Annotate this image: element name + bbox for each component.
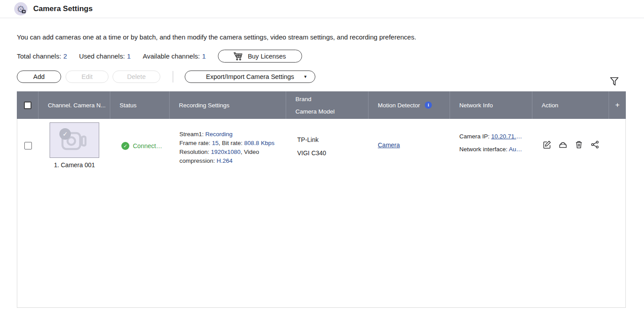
camera-model-value: VIGI C340 xyxy=(297,149,369,157)
network-interface-line: Network interface: Au… xyxy=(459,146,529,153)
row-channel-cell: ✓ 1. Camera 001 xyxy=(39,119,110,173)
camera-check-badge-icon: ✓ xyxy=(59,128,71,140)
table-row: ✓ 1. Camera 001 ✓ Connect… Stream1: xyxy=(17,119,625,173)
column-label: Recording Settings xyxy=(179,102,229,109)
select-all-cell xyxy=(17,91,38,119)
add-column-button[interactable]: + xyxy=(609,91,626,119)
total-channels-value: 2 xyxy=(63,52,67,60)
column-header-action: Action xyxy=(532,91,609,119)
camera-ip-line: Camera IP: 10.20.71.… xyxy=(459,133,529,140)
available-channels-stat: Available channels: 1 xyxy=(143,52,206,60)
brand-value: TP-Link xyxy=(297,136,369,143)
camera-caption: 1. Camera 001 xyxy=(54,161,95,169)
row-brand-cell: TP-Link VIGI C340 xyxy=(286,119,369,173)
used-channels-stat: Used channels: 1 xyxy=(79,52,131,60)
camera-ip-link[interactable]: 10.20.71. xyxy=(491,133,516,140)
buy-licenses-button[interactable]: Buy Licenses xyxy=(218,50,302,63)
camera-settings-app-icon: ⚙ xyxy=(14,2,27,16)
chevron-down-icon: ▼ xyxy=(303,75,307,79)
column-header-motion-detector[interactable]: Motion Detector i xyxy=(368,91,450,119)
delete-icon[interactable] xyxy=(574,140,583,149)
compression-label: compression: xyxy=(179,157,217,164)
resolution-label: Resolution: xyxy=(179,149,211,155)
filter-icon[interactable] xyxy=(609,76,620,87)
plus-icon: + xyxy=(615,101,620,110)
column-label: Action xyxy=(542,102,559,109)
row-action-cell xyxy=(532,119,609,173)
total-channels-stat: Total channels: 2 xyxy=(17,52,67,60)
column-label: Motion Detector xyxy=(378,102,420,109)
resolution-suffix: , Video xyxy=(241,149,259,155)
column-header-channel-camera-name[interactable]: Channel. Camera N... xyxy=(38,91,110,119)
column-header-brand-model[interactable]: Brand Camera Model xyxy=(286,91,368,119)
table-body: ✓ 1. Camera 001 ✓ Connect… Stream1: xyxy=(17,119,626,308)
toolbar: Add Edit Delete Export/Import Camera Set… xyxy=(17,71,626,83)
resolution-value: 1920x1080 xyxy=(211,149,241,155)
total-channels-label: Total channels: xyxy=(17,52,61,60)
status-connected-icon: ✓ xyxy=(121,142,129,150)
select-all-checkbox[interactable] xyxy=(24,102,31,109)
camera-ip-label: Camera IP: xyxy=(459,133,491,140)
network-interface-value: Au… xyxy=(509,146,522,153)
column-label: Network Info xyxy=(459,102,493,109)
camera-ip-ellipsis: … xyxy=(516,133,522,140)
camera-table: Channel. Camera N... Status Recording Se… xyxy=(17,91,626,308)
row-motion-detector-cell: Camera xyxy=(369,119,450,173)
row-checkbox[interactable] xyxy=(24,142,32,149)
bit-rate-value: 808.8 Kbps xyxy=(244,140,274,146)
page-title: Camera Settings xyxy=(33,4,93,13)
column-label: Status xyxy=(120,102,136,109)
table-header: Channel. Camera N... Status Recording Se… xyxy=(17,91,626,119)
column-header-network-info[interactable]: Network Info xyxy=(450,91,532,119)
stream-value-link[interactable]: Recording xyxy=(206,131,233,137)
column-label: Channel. Camera N... xyxy=(48,102,106,109)
available-channels-value: 1 xyxy=(202,52,206,60)
edit-button[interactable]: Edit xyxy=(66,71,109,83)
frame-rate-value: 15 xyxy=(212,140,219,146)
export-import-button[interactable]: Export/Import Camera Settings ▼ xyxy=(185,71,315,83)
compression-value: H.264 xyxy=(217,157,233,164)
row-status-cell: ✓ Connect… xyxy=(110,119,170,173)
channels-summary: Total channels: 2 Used channels: 1 Avail… xyxy=(17,50,644,63)
buy-licenses-label: Buy Licenses xyxy=(248,53,286,60)
page-description: You can add cameras one at a time or by … xyxy=(17,33,626,41)
bit-rate-label: , Bit rate: xyxy=(219,140,244,146)
column-header-recording-settings[interactable]: Recording Settings xyxy=(169,91,286,119)
export-import-label: Export/Import Camera Settings xyxy=(206,73,294,80)
row-recording-cell: Stream1: Recording Frame rate: 15, Bit r… xyxy=(170,119,286,173)
shopping-cart-icon xyxy=(233,52,243,61)
add-button[interactable]: Add xyxy=(17,71,61,83)
app-bar: ⚙ Camera Settings xyxy=(0,0,644,18)
motion-detector-link[interactable]: Camera xyxy=(378,141,400,149)
available-channels-label: Available channels: xyxy=(143,52,200,60)
frame-rate-label: Frame rate: xyxy=(179,140,212,146)
column-label-brand: Brand xyxy=(295,96,311,102)
network-interface-label: Network interface: xyxy=(459,146,509,153)
column-header-status[interactable]: Status xyxy=(110,91,169,119)
used-channels-label: Used channels: xyxy=(79,52,124,60)
row-select-cell xyxy=(17,119,39,173)
status-text: Connect… xyxy=(133,142,162,149)
row-network-info-cell: Camera IP: 10.20.71.… Network interface:… xyxy=(450,119,532,173)
toolbar-divider xyxy=(173,71,173,82)
share-icon[interactable] xyxy=(590,140,599,149)
network-port-icon[interactable] xyxy=(559,140,567,149)
info-icon[interactable]: i xyxy=(425,102,432,109)
delete-button[interactable]: Delete xyxy=(113,71,160,83)
stream-label: Stream1: xyxy=(179,131,206,137)
camera-thumbnail[interactable]: ✓ xyxy=(50,122,99,158)
camera-icon xyxy=(22,10,26,13)
used-channels-value: 1 xyxy=(127,52,131,60)
edit-icon[interactable] xyxy=(543,140,551,149)
column-label-camera-model: Camera Model xyxy=(295,108,335,115)
